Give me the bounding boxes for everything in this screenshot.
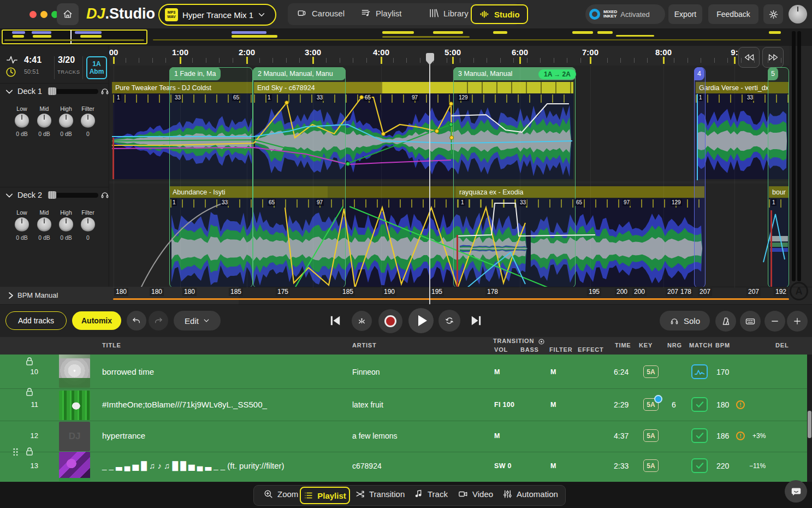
skip-start-button[interactable]	[328, 313, 343, 328]
deck-knob[interactable]	[15, 114, 29, 128]
table-row[interactable]: 10 borrowed time Finneon M M 6:24 5A 170	[0, 355, 807, 388]
table-row[interactable]: 12 DJ hypertrance a few lemons M 4:37 5A…	[0, 421, 807, 452]
bpm-value[interactable]: 192	[774, 288, 788, 296]
view-zoom[interactable]: Zoom	[263, 489, 298, 499]
bpm-value[interactable]: 175	[276, 288, 290, 296]
transition-vol[interactable]: M	[494, 368, 500, 376]
record-button[interactable]	[378, 309, 402, 333]
skip-end-button[interactable]	[469, 313, 484, 328]
transition-filter[interactable]: M	[550, 368, 556, 376]
minimize-window-icon[interactable]	[40, 11, 48, 18]
transition-filter[interactable]: M	[550, 462, 556, 470]
section-label[interactable]: 4	[694, 67, 704, 80]
deck-knob[interactable]	[81, 114, 95, 128]
zoom-in-button[interactable]	[787, 311, 808, 332]
track-title[interactable]: _ _ ▃ ▄ ▅ █ ♫ ♪ ♫ █ █ ▅ ▄ ▃ _ _ (ft. pur…	[102, 461, 285, 471]
transition-preview-icon[interactable]	[538, 338, 545, 345]
deck-knob[interactable]	[81, 217, 95, 232]
lock-icon[interactable]	[25, 357, 34, 366]
tab-playlist[interactable]: Playlist	[360, 8, 402, 19]
bpm-value[interactable]: 180	[114, 288, 128, 296]
transition-vol[interactable]: SW 0	[494, 462, 512, 470]
deck-knob[interactable]	[59, 114, 73, 128]
drag-handle-icon[interactable]	[12, 447, 19, 457]
key-badge[interactable]: 5A	[643, 429, 659, 442]
deck1-collapse-icon[interactable]	[5, 88, 13, 95]
table-row[interactable]: 11 #ImtheOne;toBlame///71kj9WLv8yL._SS50…	[0, 388, 807, 421]
deck-knob[interactable]	[15, 217, 29, 232]
section-label[interactable]: 1 Fade in, Ma	[169, 67, 221, 80]
bpm-value[interactable]: 200	[615, 288, 629, 296]
mixed-in-key-badge[interactable]: MIXED INKEY Activated	[585, 4, 665, 24]
bpm-value[interactable]: 178	[679, 288, 693, 296]
solo-button[interactable]: Solo	[660, 311, 710, 330]
bpm-value[interactable]: 185	[341, 288, 355, 296]
split-button[interactable]	[352, 311, 372, 331]
add-tracks-button[interactable]: Add tracks	[5, 311, 67, 330]
track-title[interactable]: borrowed time	[102, 367, 154, 376]
zoom-out-button[interactable]	[764, 311, 785, 332]
bpm-value[interactable]: 195	[430, 288, 444, 296]
home-button[interactable]	[57, 3, 79, 25]
transition-filter[interactable]: M	[550, 401, 556, 409]
deck2-collapse-icon[interactable]	[5, 192, 13, 199]
match-badge[interactable]	[691, 458, 708, 473]
deck-knob[interactable]	[59, 217, 73, 232]
deck1-headphones-icon[interactable]	[100, 86, 110, 96]
key-badge[interactable]: 5A	[643, 459, 659, 472]
export-button[interactable]: Export	[668, 4, 702, 24]
bpm-value[interactable]: 178	[485, 288, 500, 296]
track-title[interactable]: hypertrance	[102, 431, 145, 440]
playhead-line[interactable]	[429, 53, 430, 304]
deck1-volume-thumb[interactable]	[48, 87, 56, 95]
table-scrollbar-thumb[interactable]	[808, 411, 811, 438]
bpm-value[interactable]: 180	[182, 288, 197, 296]
close-window-icon[interactable]	[29, 11, 37, 18]
playhead-handle[interactable]	[426, 53, 434, 61]
view-transition[interactable]: Transition	[355, 489, 405, 499]
view-track[interactable]: Track	[414, 489, 448, 499]
redo-button[interactable]	[149, 311, 168, 330]
bpm-curve[interactable]	[113, 298, 789, 300]
project-selector[interactable]: MP3 WAV Hyper Trance Mix 1	[158, 4, 276, 26]
play-button[interactable]	[408, 308, 434, 333]
tab-carousel[interactable]: Carousel	[297, 8, 345, 19]
edit-menu-button[interactable]: Edit	[174, 311, 221, 330]
deck2-headphones-icon[interactable]	[100, 190, 110, 199]
view-automation[interactable]: Automation	[502, 489, 558, 499]
tab-studio[interactable]: Studio	[471, 4, 528, 24]
match-badge[interactable]	[691, 428, 708, 443]
deck-knob[interactable]	[37, 217, 51, 232]
fast-forward-button[interactable]	[762, 47, 784, 68]
transition-vol[interactable]: M	[494, 432, 500, 440]
view-video[interactable]: Video	[458, 489, 493, 499]
transition-vol[interactable]: FI 100	[494, 401, 514, 409]
bpm-value[interactable]: 207	[666, 288, 680, 296]
match-badge[interactable]	[691, 364, 708, 379]
avatar[interactable]	[789, 5, 807, 23]
key-badge[interactable]: 5A	[643, 365, 659, 378]
bpm-value[interactable]: 190	[382, 288, 396, 296]
lock-icon[interactable]	[25, 387, 34, 397]
bpm-expand-icon[interactable]	[8, 292, 14, 299]
bpm-value[interactable]: 180	[150, 288, 164, 296]
tab-library[interactable]: Library	[428, 8, 469, 19]
deck2-volume-thumb[interactable]	[48, 191, 56, 199]
bpm-value[interactable]: 207	[746, 288, 761, 296]
section-label[interactable]: 2 Manual, Manual, Manu	[253, 67, 346, 80]
automix-button[interactable]: Automix	[72, 311, 121, 330]
shortcuts-button[interactable]	[740, 311, 761, 332]
transition-section-5[interactable]: 5	[768, 67, 789, 288]
table-row[interactable]: 13 _ _ ▃ ▄ ▅ █ ♫ ♪ ♫ █ █ ▅ ▄ ▃ _ _ (ft. …	[0, 452, 807, 482]
section-label[interactable]: 5	[768, 67, 778, 80]
metronome-button[interactable]	[715, 311, 736, 332]
view-playlist[interactable]: Playlist	[300, 487, 350, 504]
settings-button[interactable]	[763, 4, 783, 24]
chat-support-button[interactable]	[785, 480, 807, 503]
bpm-value[interactable]: 200	[632, 288, 647, 296]
match-badge[interactable]	[691, 397, 708, 412]
undo-button[interactable]	[127, 311, 146, 330]
master-key-badge[interactable]: 1A Abm	[86, 56, 107, 79]
transition-section-3[interactable]: 3 Manual, Manual 1A → 2A	[453, 67, 576, 288]
deck-knob[interactable]	[37, 114, 51, 128]
